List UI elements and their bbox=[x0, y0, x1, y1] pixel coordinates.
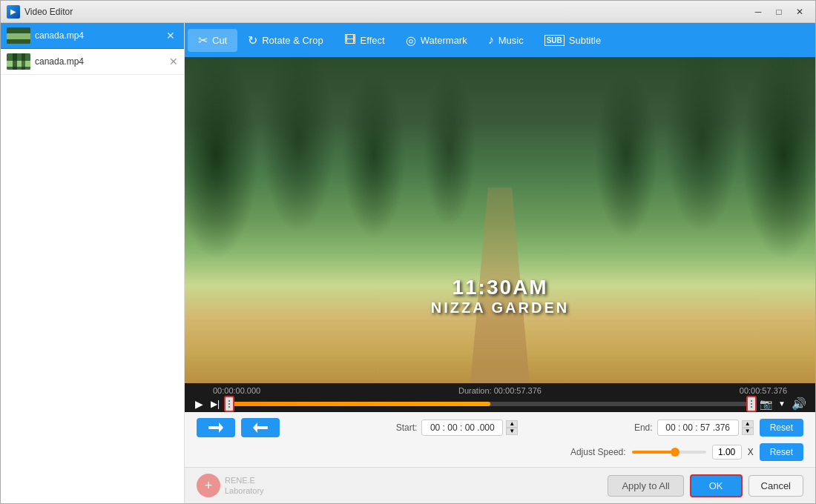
effect-icon: 🎞 bbox=[344, 33, 356, 47]
bottom-controls: Start: ▲ ▼ End: ▲ ▼ bbox=[185, 412, 815, 467]
screenshot-button[interactable]: 📷 bbox=[760, 398, 772, 410]
handle-line-r1 bbox=[751, 400, 752, 402]
svg-rect-9 bbox=[257, 426, 268, 429]
start-timestamp: 00:00:00.000 bbox=[213, 386, 260, 395]
window-title: Video Editor bbox=[24, 7, 748, 17]
sidebar-tab-close-icon[interactable]: ✕ bbox=[163, 30, 178, 42]
svg-rect-3 bbox=[7, 61, 30, 67]
start-time-group: Start: ▲ ▼ bbox=[396, 420, 519, 436]
duration-label: Duration: 00:00:57.376 bbox=[260, 386, 740, 395]
controls-bar: 00:00:00.000 Duration: 00:00:57.376 00:0… bbox=[185, 383, 815, 412]
timeline-track[interactable] bbox=[226, 402, 755, 406]
sidebar: canada.mp4 ✕ canada.mp4 ✕ bbox=[1, 23, 185, 503]
speed-value: 1.00 bbox=[712, 445, 742, 460]
music-icon: ♪ bbox=[488, 33, 494, 47]
tab-music[interactable]: ♪ Music bbox=[478, 29, 534, 51]
svg-marker-8 bbox=[253, 422, 257, 433]
tab-cut[interactable]: ✂ Cut bbox=[188, 29, 237, 52]
toolbar: ✂ Cut ↻ Rotate & Crop 🎞 Effect ◎ Waterma… bbox=[185, 23, 815, 57]
app-icon: ▶ bbox=[7, 5, 20, 19]
step-forward-button[interactable]: ▶| bbox=[209, 399, 221, 409]
start-time-spinner: ▲ ▼ bbox=[506, 420, 518, 435]
sidebar-active-tab[interactable]: canada.mp4 ✕ bbox=[1, 23, 184, 49]
cut-icon: ✂ bbox=[198, 33, 208, 47]
end-timestamp: 00:00:57.376 bbox=[740, 386, 787, 395]
video-frame: 11:30AM NIZZA GARDEN bbox=[185, 57, 815, 383]
footer: + RENE.E Laboratory Apply to All OK Canc… bbox=[185, 467, 815, 503]
cut-left-button[interactable] bbox=[197, 418, 235, 437]
speed-slider[interactable] bbox=[632, 451, 706, 454]
subtitle-icon: SUB bbox=[544, 35, 565, 46]
end-time-spinner: ▲ ▼ bbox=[742, 420, 754, 435]
speed-slider-thumb bbox=[671, 448, 680, 457]
rotate-icon: ↻ bbox=[248, 33, 257, 47]
handle-line-r3 bbox=[751, 406, 752, 408]
svg-rect-5 bbox=[22, 53, 25, 70]
tab-watermark[interactable]: ◎ Watermark bbox=[395, 29, 478, 52]
logo-line2: Laboratory bbox=[225, 485, 264, 496]
main-content: canada.mp4 ✕ canada.mp4 ✕ bbox=[1, 23, 815, 503]
svg-rect-6 bbox=[208, 426, 219, 429]
close-button[interactable]: ✕ bbox=[790, 4, 809, 19]
cut-controls-row: Start: ▲ ▼ End: ▲ ▼ bbox=[197, 418, 803, 437]
time-reset-button[interactable]: Reset bbox=[760, 419, 803, 437]
logo-text: RENE.E Laboratory bbox=[225, 475, 264, 497]
timeline-handle-right[interactable] bbox=[746, 396, 757, 412]
sidebar-thumb-active bbox=[7, 27, 30, 44]
logo-icon: + bbox=[197, 474, 220, 497]
speed-reset-button[interactable]: Reset bbox=[760, 443, 803, 461]
cut-left-icon bbox=[208, 422, 223, 433]
apply-to-all-button[interactable]: Apply to All bbox=[608, 475, 683, 497]
timeline-timestamps: 00:00:00.000 Duration: 00:00:57.376 00:0… bbox=[191, 386, 809, 395]
timeline-progress bbox=[226, 402, 490, 406]
start-time-down[interactable]: ▼ bbox=[506, 428, 518, 435]
timeline-container: ▶ ▶| bbox=[191, 397, 809, 411]
handle-line-3 bbox=[228, 406, 230, 408]
titlebar: ▶ Video Editor ─ □ ✕ bbox=[1, 1, 815, 23]
sidebar-item-filename-0: canada.mp4 bbox=[35, 56, 84, 67]
cancel-button[interactable]: Cancel bbox=[748, 475, 803, 497]
watermark-icon: ◎ bbox=[406, 33, 416, 47]
maximize-button[interactable]: □ bbox=[769, 4, 789, 19]
sidebar-tab-filename: canada.mp4 bbox=[35, 30, 163, 41]
tab-music-label: Music bbox=[499, 35, 524, 46]
sidebar-item-0[interactable]: canada.mp4 ✕ bbox=[1, 49, 184, 75]
handle-line-2 bbox=[228, 403, 230, 405]
logo: + RENE.E Laboratory bbox=[197, 474, 264, 497]
minimize-button[interactable]: ─ bbox=[748, 4, 768, 19]
tab-effect[interactable]: 🎞 Effect bbox=[334, 29, 395, 51]
window-controls: ─ □ ✕ bbox=[748, 4, 809, 19]
speed-row: Adjust Speed: 1.00 X Reset bbox=[197, 443, 803, 461]
tab-rotate-label: Rotate & Crop bbox=[262, 35, 323, 46]
play-button[interactable]: ▶ bbox=[194, 398, 205, 410]
end-time-input[interactable] bbox=[657, 420, 739, 436]
sidebar-item-close-0[interactable]: ✕ bbox=[169, 56, 178, 67]
svg-rect-1 bbox=[7, 33, 30, 39]
end-time-down[interactable]: ▼ bbox=[742, 428, 754, 435]
tab-effect-label: Effect bbox=[361, 35, 385, 46]
video-location-text: NIZZA GARDEN bbox=[431, 299, 569, 316]
start-time-up[interactable]: ▲ bbox=[506, 420, 518, 428]
speed-unit: X bbox=[748, 447, 754, 457]
volume-button[interactable]: 🔊 bbox=[792, 397, 806, 411]
ok-button[interactable]: OK bbox=[690, 474, 743, 497]
start-label: Start: bbox=[396, 422, 418, 433]
svg-rect-4 bbox=[13, 53, 17, 70]
handle-line-r2 bbox=[751, 403, 752, 405]
handle-line-1 bbox=[228, 400, 230, 402]
start-time-input[interactable] bbox=[421, 420, 503, 436]
volume-dropdown-button[interactable]: ▼ bbox=[777, 399, 787, 408]
tab-subtitle[interactable]: SUB Subtitle bbox=[534, 30, 612, 50]
end-time-up[interactable]: ▲ bbox=[742, 420, 754, 428]
cut-right-button[interactable] bbox=[241, 418, 280, 437]
tab-watermark-label: Watermark bbox=[421, 35, 467, 46]
right-panel: ✂ Cut ↻ Rotate & Crop 🎞 Effect ◎ Waterma… bbox=[185, 23, 815, 503]
svg-marker-7 bbox=[219, 422, 223, 433]
timeline-handle-left[interactable] bbox=[224, 396, 234, 412]
video-editor-window: ▶ Video Editor ─ □ ✕ canada.mp4 ✕ bbox=[0, 0, 816, 504]
end-label: End: bbox=[634, 422, 653, 433]
tab-rotate[interactable]: ↻ Rotate & Crop bbox=[237, 29, 333, 52]
sidebar-item-thumb-0 bbox=[7, 53, 30, 70]
end-time-group: End: ▲ ▼ bbox=[634, 420, 754, 436]
speed-label: Adjust Speed: bbox=[570, 447, 626, 457]
